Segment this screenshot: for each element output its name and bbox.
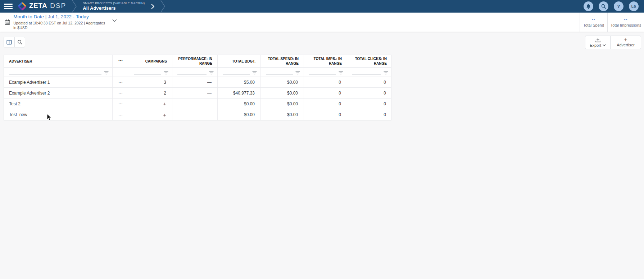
advertiser-name-cell[interactable]: Test_new bbox=[4, 109, 113, 120]
filter-cell-total-imps bbox=[304, 68, 347, 77]
table-toolbar: Export + Advertiser bbox=[0, 32, 644, 52]
filter-cell-total-spend bbox=[261, 68, 304, 77]
filter-cell-empty bbox=[113, 68, 129, 77]
total-spend-stat: -- Total Spend bbox=[580, 13, 607, 32]
performance-cell: — bbox=[172, 109, 218, 120]
table-row[interactable]: Test_new ••• + — $0.00 $0.00 0 0 bbox=[4, 109, 391, 120]
total-budget-cell: $40,977.33 bbox=[218, 88, 261, 98]
filter-icon[interactable] bbox=[339, 71, 343, 74]
row-menu-icon[interactable]: ••• bbox=[113, 109, 129, 120]
performance-cell: — bbox=[172, 99, 218, 109]
hamburger-menu-icon[interactable] bbox=[4, 4, 13, 9]
chevron-down-icon bbox=[603, 44, 606, 46]
total-spend-value: -- bbox=[592, 17, 595, 22]
notifications-button[interactable] bbox=[584, 1, 593, 11]
filter-cell-total-clicks bbox=[347, 68, 392, 77]
question-mark-icon: ? bbox=[617, 4, 620, 9]
date-range-title[interactable]: Month to Date | Jul 1, 2022 - Today bbox=[13, 14, 109, 20]
filter-input[interactable] bbox=[352, 70, 381, 75]
column-header-total-imps[interactable]: TOTAL IMPS.: IN RANGE bbox=[304, 55, 347, 67]
breadcrumb-separator-icon bbox=[72, 0, 77, 13]
date-range-bar: Month to Date | Jul 1, 2022 - Today Upda… bbox=[0, 13, 644, 32]
table-search-button[interactable] bbox=[14, 37, 25, 47]
row-menu-icon[interactable]: ••• bbox=[113, 88, 129, 98]
filter-input[interactable] bbox=[266, 70, 293, 75]
total-spend-label: Total Spend bbox=[583, 23, 604, 27]
columns-view-button[interactable] bbox=[4, 37, 14, 47]
column-options-icon[interactable]: ••• bbox=[113, 55, 129, 67]
table-filter-row bbox=[4, 68, 391, 77]
chevron-right-icon bbox=[151, 4, 155, 9]
search-icon bbox=[17, 40, 22, 45]
table-actions: Export + Advertiser bbox=[585, 36, 641, 49]
zeta-diamond-icon bbox=[18, 2, 27, 11]
column-header-total-clicks[interactable]: TOTAL CLICKS: IN RANGE bbox=[347, 55, 392, 67]
total-imps-cell: 0 bbox=[304, 99, 347, 109]
column-header-campaigns[interactable]: CAMPAIGNS bbox=[129, 55, 172, 67]
advertiser-name-cell[interactable]: Example Advertiser 1 bbox=[4, 77, 113, 87]
total-imps-cell: 0 bbox=[304, 77, 347, 87]
help-button[interactable]: ? bbox=[614, 1, 623, 11]
plus-icon: + bbox=[624, 38, 627, 42]
zeta-dsp-logo: ZETA DSP bbox=[18, 2, 66, 11]
bell-icon bbox=[586, 4, 591, 9]
total-spend-cell: $0.00 bbox=[261, 88, 304, 98]
filter-input[interactable] bbox=[309, 70, 336, 75]
filter-input[interactable] bbox=[223, 70, 250, 75]
filter-input[interactable] bbox=[9, 70, 101, 75]
advertiser-name-cell[interactable]: Test 2 bbox=[4, 99, 113, 109]
column-header-advertiser[interactable]: ADVERTISER bbox=[4, 55, 113, 67]
breadcrumb[interactable]: SMART PROJECTS (VARIABLE MARGIN) All Adv… bbox=[83, 1, 145, 11]
table-row[interactable]: Example Advertiser 2 ••• 2 — $40,977.33 … bbox=[4, 88, 391, 99]
row-menu-icon[interactable]: ••• bbox=[113, 99, 129, 109]
performance-cell: — bbox=[172, 77, 218, 87]
view-toggle-group bbox=[4, 37, 25, 47]
advertisers-table: ADVERTISER ••• CAMPAIGNS PERFORMANCE: IN… bbox=[4, 55, 391, 120]
filter-icon[interactable] bbox=[164, 71, 168, 74]
column-header-total-budget[interactable]: TOTAL BDGT. bbox=[218, 55, 261, 67]
total-budget-cell: $0.00 bbox=[218, 99, 261, 109]
column-header-total-spend[interactable]: TOTAL SPEND: IN RANGE bbox=[261, 55, 304, 67]
total-clicks-cell: 0 bbox=[347, 99, 392, 109]
date-range-picker[interactable]: Month to Date | Jul 1, 2022 - Today Upda… bbox=[13, 14, 109, 31]
add-campaign-button[interactable]: + bbox=[163, 101, 166, 107]
filter-input[interactable] bbox=[177, 70, 207, 75]
breadcrumb-separator-icon bbox=[160, 0, 165, 13]
user-avatar[interactable]: L& bbox=[629, 1, 639, 11]
chevron-down-icon[interactable] bbox=[112, 19, 117, 22]
filter-icon[interactable] bbox=[252, 71, 257, 74]
breadcrumb-page-title: All Advertisers bbox=[83, 5, 145, 11]
calendar-icon bbox=[5, 19, 10, 25]
filter-input[interactable] bbox=[134, 70, 161, 75]
table-header-row: ADVERTISER ••• CAMPAIGNS PERFORMANCE: IN… bbox=[4, 55, 391, 68]
filter-icon[interactable] bbox=[209, 71, 214, 74]
breadcrumb-project-label: SMART PROJECTS (VARIABLE MARGIN) bbox=[83, 1, 145, 5]
performance-cell: — bbox=[172, 88, 218, 98]
avatar-initials: L& bbox=[631, 4, 636, 8]
breadcrumb-expand-button[interactable] bbox=[151, 4, 155, 9]
column-header-performance[interactable]: PERFORMANCE: IN RANGE bbox=[172, 55, 218, 67]
brand-suffix: DSP bbox=[50, 2, 66, 10]
filter-icon[interactable] bbox=[104, 71, 109, 74]
add-campaign-button[interactable]: + bbox=[163, 112, 166, 118]
total-spend-cell: $0.00 bbox=[261, 99, 304, 109]
filter-icon[interactable] bbox=[295, 71, 300, 74]
filter-cell-total-budget bbox=[218, 68, 261, 77]
global-search-button[interactable] bbox=[599, 1, 608, 11]
table-row[interactable]: Example Advertiser 1 ••• 3 — $5.00 $0.00… bbox=[4, 77, 391, 88]
advertiser-name-cell[interactable]: Example Advertiser 2 bbox=[4, 88, 113, 98]
total-spend-cell: $0.00 bbox=[261, 109, 304, 120]
total-impressions-label: Total Impressions bbox=[611, 23, 641, 27]
total-budget-cell: $5.00 bbox=[218, 77, 261, 87]
columns-icon bbox=[6, 40, 12, 45]
total-clicks-cell: 0 bbox=[347, 88, 392, 98]
export-button[interactable]: Export bbox=[585, 36, 610, 49]
total-clicks-cell: 0 bbox=[347, 77, 392, 87]
campaigns-cell: 3 bbox=[129, 77, 172, 87]
total-budget-cell: $0.00 bbox=[218, 109, 261, 120]
table-row[interactable]: Test 2 ••• + — $0.00 $0.00 0 0 bbox=[4, 99, 391, 109]
row-menu-icon[interactable]: ••• bbox=[113, 77, 129, 87]
add-advertiser-button[interactable]: + Advertiser bbox=[610, 36, 641, 49]
filter-icon[interactable] bbox=[384, 71, 388, 74]
add-advertiser-button-label: Advertiser bbox=[617, 43, 635, 47]
